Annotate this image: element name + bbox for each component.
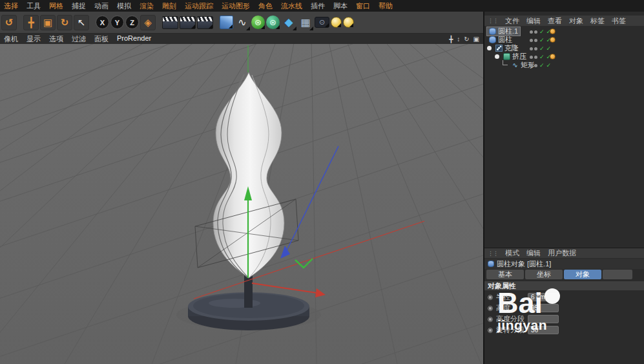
menu-item[interactable]: 模式 bbox=[505, 248, 519, 258]
phong-tag-icon[interactable] bbox=[550, 54, 556, 59]
viewport-menu-item[interactable]: 显示 bbox=[26, 34, 41, 44]
scale-icon[interactable]: ▣ bbox=[40, 15, 56, 30]
menu-item[interactable]: 流水线 bbox=[281, 1, 302, 11]
render-picture-viewer-icon[interactable] bbox=[180, 16, 196, 29]
lock-x-axis-icon[interactable]: X bbox=[96, 16, 109, 29]
menu-item[interactable]: 标签 bbox=[590, 16, 605, 26]
viewport-menu-item[interactable]: 面板 bbox=[94, 34, 109, 44]
visibility-dot-render[interactable] bbox=[534, 30, 537, 34]
enable-check-icon[interactable]: ✓ bbox=[539, 54, 545, 60]
object-row[interactable]: 挤压✓✓ bbox=[484, 52, 644, 61]
visibility-dot-editor[interactable] bbox=[530, 47, 533, 50]
enable-check-icon[interactable]: ✓ bbox=[539, 29, 545, 35]
viewport-maximize-icon[interactable]: ▣ bbox=[473, 36, 479, 43]
light-icon[interactable] bbox=[331, 17, 342, 28]
visibility-dot-editor[interactable] bbox=[530, 64, 533, 67]
object-row[interactable]: ∿矩形✓✓ bbox=[484, 61, 644, 69]
menu-item[interactable]: 窗口 bbox=[356, 1, 370, 11]
camera-icon[interactable]: ⊙ bbox=[315, 17, 329, 28]
enable-check-icon[interactable]: ✓ bbox=[539, 37, 545, 43]
attribute-object-title: 圆柱对象 [圆柱.1] bbox=[484, 259, 644, 269]
visibility-dot-render[interactable] bbox=[534, 39, 537, 42]
menu-item[interactable]: 模拟 bbox=[117, 1, 131, 11]
phong-tag-icon[interactable] bbox=[550, 37, 556, 43]
viewport-menu-item[interactable]: 选项 bbox=[49, 34, 63, 44]
enabled-dot-icon[interactable] bbox=[487, 46, 492, 50]
visibility-dot-render[interactable] bbox=[534, 56, 537, 59]
menu-item[interactable]: 网格 bbox=[49, 1, 63, 11]
grip-dots-icon[interactable]: ⋮⋮ bbox=[488, 17, 498, 24]
menu-item[interactable]: 脚本 bbox=[333, 1, 348, 11]
menu-item[interactable]: 角色 bbox=[258, 1, 273, 11]
menu-item[interactable]: 动画 bbox=[94, 1, 109, 11]
menu-item[interactable]: 用户数据 bbox=[548, 248, 576, 258]
menu-item[interactable]: 工具 bbox=[26, 1, 41, 11]
menu-item[interactable]: 编辑 bbox=[526, 248, 541, 258]
menu-item[interactable]: 渲染 bbox=[140, 1, 154, 11]
value-field[interactable]: 36 bbox=[528, 326, 559, 334]
attribute-tab[interactable]: 对象 bbox=[564, 270, 601, 279]
spline-pen-icon[interactable]: ∿ bbox=[234, 15, 250, 30]
attribute-tab[interactable]: 基本 bbox=[486, 270, 524, 279]
application-window: 选择工具网格捕捉动画模拟渲染雕刻运动跟踪运动图形角色流水线插件脚本窗口帮助 ↺╋… bbox=[0, 0, 644, 364]
coordinate-system-icon[interactable]: ◈ bbox=[140, 15, 156, 30]
object-row[interactable]: 克隆✓✓ bbox=[484, 44, 644, 52]
render-settings-icon[interactable] bbox=[197, 16, 213, 29]
attribute-tab[interactable] bbox=[603, 270, 632, 279]
viewport-zoom-icon[interactable]: ↕ bbox=[457, 36, 460, 43]
menu-item[interactable]: 插件 bbox=[311, 1, 325, 11]
light-2-icon[interactable] bbox=[343, 17, 354, 28]
menu-item[interactable]: 选择 bbox=[4, 1, 18, 11]
viewport-3d[interactable] bbox=[0, 44, 483, 364]
value-field[interactable]: 6 cm bbox=[528, 293, 559, 301]
menu-item[interactable]: 编辑 bbox=[526, 16, 541, 26]
deformers-icon[interactable]: ◆ bbox=[281, 15, 296, 30]
menu-item[interactable]: 对象 bbox=[569, 16, 583, 26]
viewport-menu-item[interactable]: 过滤 bbox=[72, 34, 86, 44]
visibility-dot-editor[interactable] bbox=[530, 56, 533, 59]
animation-key-circle[interactable] bbox=[488, 328, 493, 333]
enabled-dot-icon[interactable] bbox=[495, 54, 499, 59]
viewport-pan-icon[interactable]: ╋ bbox=[449, 36, 453, 43]
viewport-rotate-icon[interactable]: ↻ bbox=[464, 36, 469, 43]
undo-icon[interactable]: ↺ bbox=[1, 15, 17, 30]
enable-check-icon[interactable]: ✓ bbox=[539, 46, 545, 52]
phong-tag-icon[interactable] bbox=[550, 28, 556, 34]
menu-item[interactable]: 书签 bbox=[612, 16, 626, 26]
live-selection-icon[interactable]: ↖ bbox=[74, 15, 89, 30]
menu-item[interactable]: 文件 bbox=[505, 16, 519, 26]
floor-icon[interactable]: ▦ bbox=[298, 15, 313, 30]
move-icon[interactable]: ╋ bbox=[23, 15, 39, 30]
value-field[interactable] bbox=[528, 315, 559, 323]
menu-item[interactable]: 雕刻 bbox=[162, 1, 176, 11]
animation-key-circle[interactable] bbox=[488, 295, 493, 300]
enable-check-icon[interactable]: ✓ bbox=[539, 63, 545, 69]
animation-key-circle[interactable] bbox=[488, 306, 493, 311]
menu-item[interactable]: 查看 bbox=[548, 16, 562, 26]
object-manager-menu-bar: ⋮⋮文件编辑查看对象标签书签 bbox=[484, 16, 644, 26]
visibility-dot-editor[interactable] bbox=[530, 39, 533, 42]
menu-item[interactable]: 运动跟踪 bbox=[185, 1, 213, 11]
subdivision-surface-icon[interactable]: ⊛ bbox=[251, 16, 265, 29]
value-field[interactable]: 95 bbox=[528, 304, 559, 312]
menu-item[interactable]: 捕捉 bbox=[72, 1, 86, 11]
visibility-dot-editor[interactable] bbox=[530, 30, 533, 34]
grip-dots-icon[interactable]: ⋮⋮ bbox=[488, 250, 498, 257]
generators-icon[interactable]: ⊛ bbox=[266, 16, 280, 29]
menu-item[interactable]: 帮助 bbox=[379, 1, 393, 11]
render-view-icon[interactable] bbox=[162, 16, 178, 29]
visibility-dot-render[interactable] bbox=[534, 47, 537, 50]
menu-item[interactable]: 运动图形 bbox=[222, 1, 250, 11]
viewport-menu-item[interactable]: 像机 bbox=[4, 34, 18, 44]
viewport-menu-item[interactable]: ProRender bbox=[117, 34, 151, 44]
rotate-icon[interactable]: ↻ bbox=[57, 15, 72, 30]
enable-check-icon[interactable]: ✓ bbox=[546, 46, 552, 52]
toolbar: ↺╋▣↻↖XYZ◈∿⊛⊛◆▦⊙ bbox=[0, 12, 483, 34]
attribute-tab[interactable]: 坐标 bbox=[525, 270, 563, 279]
enable-check-icon[interactable]: ✓ bbox=[546, 63, 552, 69]
add-primitive-cube-icon[interactable] bbox=[220, 16, 233, 29]
visibility-dot-render[interactable] bbox=[534, 64, 537, 67]
animation-key-circle[interactable] bbox=[488, 317, 493, 322]
lock-y-axis-icon[interactable]: Y bbox=[110, 16, 124, 29]
lock-z-axis-icon[interactable]: Z bbox=[125, 16, 139, 29]
